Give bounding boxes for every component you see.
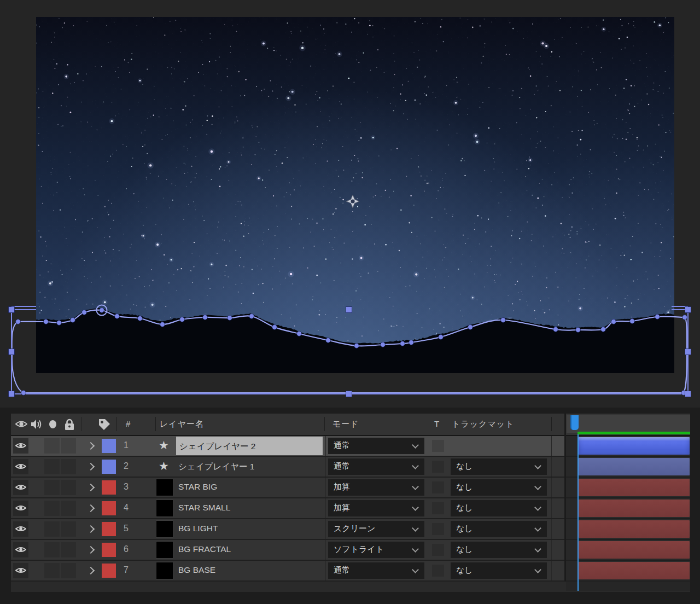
blend-mode-value: 通常 [334, 461, 350, 472]
preserve-transparency-toggle[interactable] [432, 481, 444, 493]
layer-name-column-header[interactable]: レイヤー名 [160, 419, 204, 429]
solo-toggle[interactable] [44, 542, 60, 557]
label-color-swatch[interactable] [102, 460, 116, 474]
lock-toggle[interactable] [61, 438, 76, 454]
timeline-duration-bar[interactable] [579, 437, 690, 455]
expand-chevron-icon[interactable] [87, 484, 95, 491]
composition-canvas[interactable] [36, 17, 674, 373]
lock-toggle[interactable] [61, 459, 76, 474]
layer-row[interactable]: 7 BG BASE 通常 なし [11, 561, 690, 582]
layer-name[interactable]: BG LIGHT [178, 524, 218, 533]
track-matte-dropdown[interactable]: なし [451, 521, 547, 537]
lock-toggle[interactable] [61, 521, 76, 537]
layer-row[interactable]: 2 ★ シェイプレイヤー 1 通常 なし [11, 457, 690, 478]
blend-mode-dropdown[interactable]: 通常 [328, 438, 424, 454]
blend-mode-dropdown[interactable]: 加算 [328, 479, 424, 496]
index-column-header[interactable]: # [126, 419, 131, 428]
solo-toggle[interactable] [44, 480, 60, 495]
current-time-indicator-head[interactable] [570, 415, 579, 430]
expand-chevron-icon[interactable] [87, 567, 95, 574]
visibility-toggle[interactable] [13, 542, 28, 557]
blend-mode-dropdown[interactable]: 通常 [328, 562, 424, 579]
expand-chevron-icon[interactable] [87, 442, 95, 450]
layer-name[interactable]: BG FRACTAL [178, 544, 231, 554]
timeline-duration-bar[interactable] [579, 479, 690, 496]
timeline-duration-bar[interactable] [579, 520, 690, 538]
layer-row[interactable]: 5 BG LIGHT スクリーン なし [11, 519, 690, 540]
layer-row-left: 6 BG FRACTAL ソフトライト なし [11, 540, 564, 560]
timeline-duration-bar[interactable] [579, 562, 690, 579]
solo-toggle[interactable] [44, 521, 60, 537]
blend-mode-dropdown[interactable]: 通常 [328, 458, 424, 475]
lock-toggle[interactable] [61, 542, 76, 557]
blend-mode-value: ソフトライト [334, 544, 384, 555]
track-matte-dropdown[interactable]: なし [451, 479, 547, 496]
layer-row[interactable]: 4 STAR SMALL 加算 なし [11, 498, 690, 519]
visibility-toggle[interactable] [13, 438, 28, 454]
timeline-duration-bar[interactable] [579, 541, 690, 559]
track-matte-dropdown[interactable]: なし [451, 500, 547, 516]
layer-name[interactable]: BG BASE [178, 565, 215, 575]
preserve-transparency-toggle[interactable] [432, 523, 444, 535]
layer-row[interactable]: 6 BG FRACTAL ソフトライト なし [11, 540, 690, 561]
eye-icon [15, 504, 26, 512]
label-color-swatch[interactable] [102, 480, 116, 495]
timeline-duration-bar[interactable] [579, 458, 690, 475]
mode-column-header[interactable]: モード [332, 419, 359, 429]
row-divider [551, 457, 552, 477]
visibility-toggle[interactable] [13, 501, 28, 516]
label-color-swatch[interactable] [102, 543, 116, 557]
solo-toggle[interactable] [44, 459, 60, 474]
time-ruler[interactable] [567, 415, 690, 433]
preserve-transparency-toggle[interactable] [432, 440, 444, 452]
lock-toggle[interactable] [61, 501, 76, 516]
row-divider [551, 498, 552, 518]
lock-toggle[interactable] [61, 480, 76, 495]
blend-mode-dropdown[interactable]: 加算 [328, 500, 424, 516]
visibility-toggle[interactable] [13, 563, 28, 578]
layer-name[interactable]: STAR SMALL [178, 503, 230, 513]
layer-row-left: 2 ★ シェイプレイヤー 1 通常 なし [11, 457, 564, 477]
bbox-handle [685, 307, 691, 313]
lock-toggle[interactable] [61, 563, 76, 578]
expand-chevron-icon[interactable] [87, 463, 95, 471]
row-divider [325, 519, 326, 539]
layer-name-field[interactable]: シェイプレイヤー 2 [176, 437, 323, 455]
blend-mode-dropdown[interactable]: スクリーン [328, 521, 424, 537]
track-matte-dropdown[interactable]: なし [451, 562, 547, 579]
blend-mode-dropdown[interactable]: ソフトライト [328, 542, 424, 558]
visibility-toggle[interactable] [13, 459, 28, 474]
solo-icon [49, 420, 56, 428]
expand-chevron-icon[interactable] [87, 546, 95, 554]
visibility-toggle[interactable] [13, 521, 28, 537]
solo-toggle[interactable] [44, 438, 60, 454]
preserve-transparency-column-header[interactable]: T [434, 419, 440, 428]
solo-toggle[interactable] [44, 501, 60, 516]
track-gutter [566, 540, 578, 560]
preserve-transparency-toggle[interactable] [432, 565, 444, 577]
track-matte-column-header[interactable]: トラックマット [452, 419, 514, 429]
preserve-transparency-toggle[interactable] [432, 544, 444, 556]
preserve-transparency-toggle[interactable] [432, 461, 444, 473]
track-matte-dropdown[interactable]: なし [451, 542, 547, 558]
layer-row-left: 7 BG BASE 通常 なし [11, 561, 564, 580]
track-matte-value: なし [456, 503, 473, 513]
label-color-swatch[interactable] [102, 501, 116, 515]
preserve-transparency-toggle[interactable] [432, 502, 444, 514]
label-color-swatch[interactable] [102, 439, 116, 453]
row-divider [325, 457, 326, 477]
label-color-swatch[interactable] [102, 564, 116, 578]
layer-row[interactable]: 1 ★ シェイプレイヤー 2 通常 [11, 436, 690, 457]
timeline-duration-bar[interactable] [579, 500, 690, 517]
label-color-swatch[interactable] [102, 522, 116, 536]
header-divider [116, 417, 117, 431]
expand-chevron-icon[interactable] [87, 504, 95, 512]
layer-name[interactable]: シェイプレイヤー 1 [178, 461, 254, 473]
layer-row[interactable]: 3 STAR BIG 加算 なし [11, 478, 690, 498]
expand-chevron-icon[interactable] [87, 525, 95, 533]
current-time-indicator-line[interactable] [578, 434, 579, 591]
track-matte-dropdown[interactable]: なし [451, 458, 547, 475]
visibility-toggle[interactable] [13, 480, 28, 495]
solo-toggle[interactable] [44, 563, 60, 578]
layer-name[interactable]: STAR BIG [178, 482, 217, 492]
